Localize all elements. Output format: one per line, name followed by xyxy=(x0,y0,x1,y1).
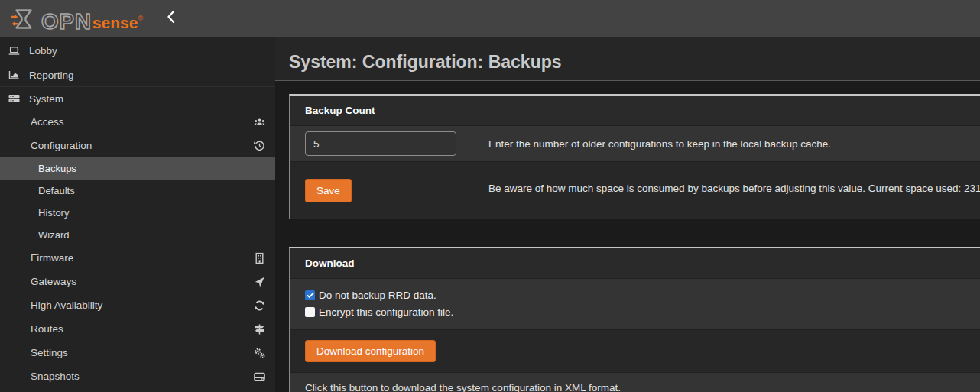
download-configuration-button[interactable]: Download configuration xyxy=(305,340,436,362)
sidebar-item-history[interactable]: History xyxy=(0,202,275,224)
sidebar-item-label: History xyxy=(38,207,69,219)
page-title-bar: System: Configuration: Backups xyxy=(275,37,980,81)
signpost-icon xyxy=(253,323,266,335)
checkmark-icon xyxy=(307,292,314,299)
sidebar-item-label: Defaults xyxy=(38,185,75,196)
sidebar-item-label: Backups xyxy=(38,163,76,174)
page-title: System: Configuration: Backups xyxy=(289,53,980,72)
backup-count-help: Enter the number of older configurations… xyxy=(488,137,831,151)
sidebar-item-label: Wizard xyxy=(38,229,69,241)
gears-icon xyxy=(253,347,266,359)
backup-count-panel: Backup Count Enter the number of older c… xyxy=(289,94,980,219)
save-help: Be aware of how much space is consumed b… xyxy=(488,181,980,196)
sidebar-item-label: Firmware xyxy=(31,252,253,264)
sidebar-item-label: Reporting xyxy=(29,70,74,81)
sidebar-item-label: Snapshots xyxy=(31,371,253,382)
sidebar-item-label: Lobby xyxy=(29,45,57,57)
refresh-icon xyxy=(253,300,266,312)
laptop-icon xyxy=(8,45,21,57)
sidebar-item-label: Configuration xyxy=(31,140,253,151)
sidebar-item-access[interactable]: Access xyxy=(0,110,275,134)
area-chart-icon xyxy=(8,69,21,81)
logo-registered-mark: ® xyxy=(138,4,143,33)
save-row: Save Be aware of how much space is consu… xyxy=(290,161,980,219)
backup-count-row: Enter the number of older configurations… xyxy=(290,125,980,161)
sidebar-item-firmware[interactable]: Firmware xyxy=(0,246,275,270)
sidebar-item-label: High Availability xyxy=(31,300,253,311)
users-icon xyxy=(253,116,266,128)
history-icon xyxy=(253,140,266,152)
sidebar-item-label: Access xyxy=(31,116,253,128)
location-arrow-icon xyxy=(253,276,266,288)
chevron-left-icon xyxy=(166,10,176,27)
sidebar-item-settings[interactable]: Settings xyxy=(0,341,275,364)
download-button-row: Download configuration xyxy=(290,329,980,372)
opnsense-logo[interactable]: OPN sense ® xyxy=(11,4,143,33)
hdd-icon xyxy=(253,371,266,383)
backup-count-panel-title: Backup Count xyxy=(290,96,980,125)
top-header-bar: OPN sense ® xyxy=(0,0,980,37)
encrypt-checkbox[interactable] xyxy=(305,307,315,317)
save-button[interactable]: Save xyxy=(305,179,352,202)
download-panel-title: Download xyxy=(290,248,980,278)
sidebar-item-defaults[interactable]: Defaults xyxy=(0,180,275,202)
backup-count-input[interactable] xyxy=(305,131,456,156)
sidebar-item-high-availability[interactable]: High Availability xyxy=(0,293,275,317)
sidebar-item-routes[interactable]: Routes xyxy=(0,317,275,341)
sidebar-item-lobby[interactable]: Lobby xyxy=(0,39,275,63)
download-help: Click this button to download the system… xyxy=(305,382,621,392)
sidebar-item-label: System xyxy=(29,93,63,105)
download-help-row: Click this button to download the system… xyxy=(290,372,980,392)
rrd-checkbox[interactable] xyxy=(305,290,315,300)
building-icon xyxy=(253,252,266,264)
sidebar-collapse-button[interactable] xyxy=(166,10,176,27)
sidebar-item-gateways[interactable]: Gateways xyxy=(0,270,275,293)
rrd-checkbox-label[interactable]: Do not backup RRD data. xyxy=(319,290,436,301)
sidebar-item-backups[interactable]: Backups xyxy=(0,157,275,180)
sidebar-item-system[interactable]: System xyxy=(0,86,275,110)
opnsense-logo-icon xyxy=(11,7,41,33)
sidebar-item-configuration[interactable]: Configuration xyxy=(0,134,275,157)
download-panel: Download Do not backup RRD data. Encrypt… xyxy=(289,247,980,392)
sidebar-item-reporting[interactable]: Reporting xyxy=(0,63,275,86)
server-stack-icon xyxy=(8,92,21,105)
sidebar-item-label: Settings xyxy=(31,347,253,358)
sidebar-item-label: Gateways xyxy=(31,276,253,287)
sidebar-nav: Lobby Reporting System Access xyxy=(0,37,275,392)
logo-text-sense: sense xyxy=(92,12,138,33)
logo-text-opn: OPN xyxy=(41,10,92,33)
encrypt-checkbox-label[interactable]: Encrypt this configuration file. xyxy=(319,306,453,318)
sidebar-item-snapshots[interactable]: Snapshots xyxy=(0,364,275,388)
sidebar-item-wizard[interactable]: Wizard xyxy=(0,224,275,246)
download-options-row: Do not backup RRD data. Encrypt this con… xyxy=(290,278,980,329)
main-content: System: Configuration: Backups Backup Co… xyxy=(275,37,980,392)
sidebar-item-label: Routes xyxy=(31,323,253,335)
